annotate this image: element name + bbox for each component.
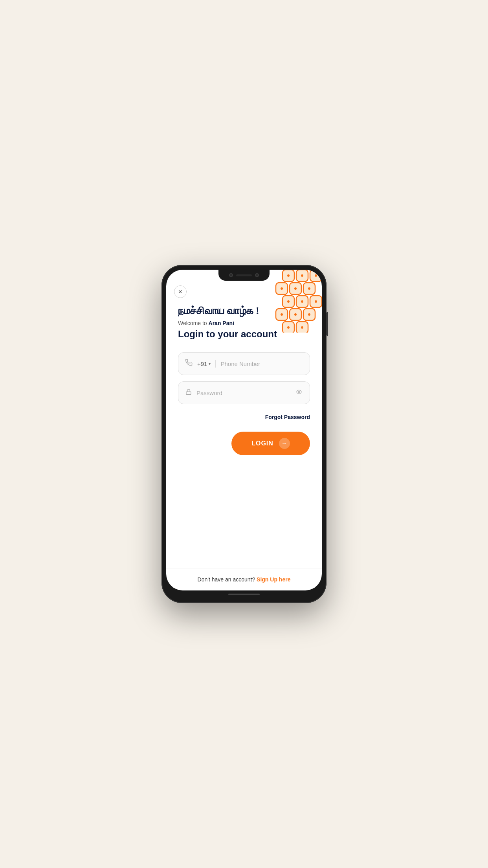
divider	[215, 360, 216, 368]
footer: Don't have an account? Sign Up here	[166, 568, 322, 590]
camera	[229, 273, 233, 277]
home-bar	[228, 594, 260, 595]
phone-input-group: +91 ▾	[178, 352, 310, 375]
svg-point-20	[287, 300, 290, 303]
svg-point-25	[308, 313, 310, 316]
signup-link[interactable]: Sign Up here	[257, 576, 290, 583]
svg-point-26	[287, 326, 290, 329]
phone-frame: ✕ நமச்சிவாய வாழ்க ! Welcome to Aran Pani…	[161, 265, 327, 603]
forgot-password-text[interactable]: Forgot Password	[265, 414, 310, 420]
notch	[218, 270, 270, 281]
login-button[interactable]: LOGIN →	[231, 432, 310, 455]
phone-input[interactable]	[220, 360, 303, 367]
password-input[interactable]	[196, 390, 291, 396]
svg-point-17	[281, 287, 283, 290]
country-code[interactable]: +91 ▾	[197, 360, 211, 367]
eye-icon[interactable]	[295, 389, 303, 396]
close-icon: ✕	[178, 289, 183, 295]
no-account-text: Don't have an account?	[198, 576, 255, 583]
svg-point-29	[298, 391, 300, 393]
arrow-icon: →	[279, 438, 290, 449]
speaker	[236, 274, 252, 276]
svg-point-24	[294, 313, 297, 316]
forgot-password-link[interactable]: Forgot Password	[178, 414, 310, 421]
lock-icon	[185, 388, 192, 397]
svg-point-27	[301, 326, 303, 329]
password-input-group	[178, 381, 310, 404]
home-indicator	[166, 590, 322, 598]
svg-point-16	[315, 274, 317, 277]
svg-point-22	[315, 300, 317, 303]
volume-button	[327, 312, 328, 336]
close-button[interactable]: ✕	[174, 285, 187, 298]
sensor	[255, 273, 259, 277]
chevron-down-icon: ▾	[209, 362, 211, 366]
password-field-container	[178, 381, 310, 404]
phone-field-container: +91 ▾	[178, 352, 310, 375]
phone-screen: ✕ நமச்சிவாய வாழ்க ! Welcome to Aran Pani…	[166, 270, 322, 590]
svg-point-15	[301, 274, 303, 277]
svg-rect-28	[186, 392, 191, 394]
phone-icon	[185, 359, 193, 368]
svg-point-18	[294, 287, 297, 290]
brand-name: Aran Pani	[209, 320, 234, 326]
svg-point-19	[308, 287, 310, 290]
login-button-label: LOGIN	[251, 440, 273, 447]
decorative-pattern	[259, 270, 322, 333]
svg-point-23	[281, 313, 283, 316]
login-button-wrap: LOGIN →	[178, 432, 310, 455]
svg-point-14	[287, 274, 290, 277]
svg-point-21	[301, 300, 303, 303]
